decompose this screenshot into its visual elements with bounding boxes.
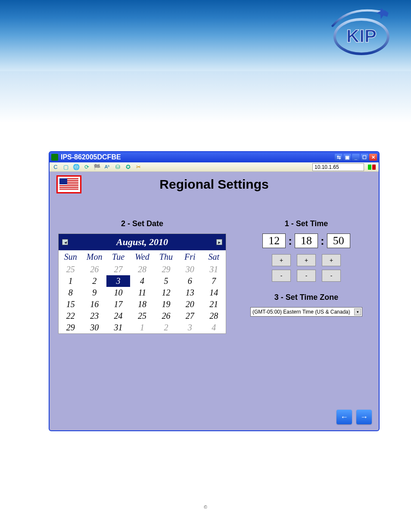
calendar-dow: Sun <box>59 250 82 264</box>
tool-globe-icon[interactable]: 🌐 <box>72 163 81 171</box>
calendar-day[interactable]: 13 <box>178 287 202 299</box>
calendar-dow: Sat <box>202 250 226 264</box>
set-time-label: 1 - Set Time <box>243 219 370 228</box>
us-flag-icon <box>59 178 78 190</box>
calendar-day[interactable]: 23 <box>82 310 106 322</box>
calendar-day[interactable]: 25 <box>130 310 154 322</box>
app-window: IPS-862005DCFBE ⇆ ▣ _ ☐ ✕ C ▢ 🌐 ⟳ 🏁 Aᵇ ⛁… <box>49 151 380 431</box>
time-colon: : <box>321 234 324 248</box>
page-title: Regional Settings <box>53 177 375 192</box>
calendar-dow: Tue <box>106 250 130 264</box>
calendar-day[interactable]: 28 <box>130 264 154 275</box>
time-seconds-field[interactable]: 50 <box>327 233 350 248</box>
calendar: ◂ August, 2010 ▸ SunMonTueWedThuFriSat25… <box>58 233 226 334</box>
calendar-day[interactable]: 2 <box>154 322 178 333</box>
calendar-day[interactable]: 22 <box>59 310 82 322</box>
timezone-selected-value: (GMT-05:00) Eastern Time (US & Canada) <box>252 309 350 315</box>
footer-copyright: © <box>0 505 411 510</box>
calendar-day[interactable]: 27 <box>178 310 202 322</box>
tool-cad-icon[interactable]: C <box>51 163 60 171</box>
calendar-day[interactable]: 3 <box>178 322 202 333</box>
time-minutes-field[interactable]: 18 <box>295 233 318 248</box>
calendar-day[interactable]: 27 <box>106 264 130 275</box>
tool-text-icon[interactable]: Aᵇ <box>103 163 112 171</box>
client-area: Regional Settings 2 - Set Date ◂ August,… <box>50 172 379 430</box>
calendar-day[interactable]: 1 <box>59 275 82 287</box>
tool-gear-icon[interactable]: ✪ <box>124 163 132 171</box>
locale-flag-button[interactable] <box>56 175 81 193</box>
calendar-day[interactable]: 30 <box>178 264 202 275</box>
hours-plus-button[interactable]: + <box>272 254 291 266</box>
calendar-day[interactable]: 26 <box>82 264 106 275</box>
toolbar: C ▢ 🌐 ⟳ 🏁 Aᵇ ⛁ ✪ ✂ 10.10.1.65 <box>50 162 379 172</box>
window-minimize-icon[interactable]: _ <box>352 154 360 161</box>
calendar-day[interactable]: 29 <box>154 264 178 275</box>
window-close-icon[interactable]: ✕ <box>369 154 377 161</box>
calendar-day[interactable]: 31 <box>106 322 130 333</box>
calendar-day[interactable]: 19 <box>154 299 178 310</box>
calendar-day[interactable]: 18 <box>130 299 154 310</box>
calendar-prev-button[interactable]: ◂ <box>62 239 68 245</box>
tool-drive-icon[interactable]: ⛁ <box>113 163 122 171</box>
calendar-day[interactable]: 15 <box>59 299 82 310</box>
calendar-next-button[interactable]: ▸ <box>216 239 222 245</box>
nav-forward-button[interactable]: → <box>356 410 372 424</box>
calendar-day[interactable]: 12 <box>154 287 178 299</box>
ip-address-field[interactable]: 10.10.1.65 <box>312 163 364 171</box>
calendar-day[interactable]: 28 <box>202 310 226 322</box>
kip-logo: KIP <box>325 9 398 58</box>
calendar-day[interactable]: 14 <box>202 287 226 299</box>
calendar-day[interactable]: 9 <box>82 287 106 299</box>
calendar-header: ◂ August, 2010 ▸ <box>59 234 226 250</box>
window-title: IPS-862005DCFBE <box>61 153 334 161</box>
window-maximize-icon[interactable]: ☐ <box>361 154 368 161</box>
calendar-dow: Wed <box>130 250 154 264</box>
calendar-dow: Mon <box>82 250 106 264</box>
calendar-day[interactable]: 6 <box>178 275 202 287</box>
nav-back-button[interactable]: ← <box>336 410 352 424</box>
calendar-day[interactable]: 26 <box>154 310 178 322</box>
calendar-day[interactable]: 25 <box>59 264 82 275</box>
calendar-day[interactable]: 30 <box>82 322 106 333</box>
tool-doc-icon[interactable]: ▢ <box>62 163 70 171</box>
minutes-minus-button[interactable]: - <box>297 270 316 282</box>
calendar-month-label: August, 2010 <box>116 236 168 248</box>
timezone-select[interactable]: (GMT-05:00) Eastern Time (US & Canada) ▾ <box>250 307 362 317</box>
window-swap-icon[interactable]: ⇆ <box>335 154 342 161</box>
app-icon <box>51 154 58 161</box>
set-date-label: 2 - Set Date <box>58 219 226 228</box>
tool-refresh-icon[interactable]: ⟳ <box>82 163 91 171</box>
calendar-day[interactable]: 29 <box>59 322 82 333</box>
document-header-band: KIP <box>0 0 411 71</box>
calendar-day[interactable]: 1 <box>130 322 154 333</box>
calendar-day[interactable]: 11 <box>130 287 154 299</box>
calendar-dow: Thu <box>154 250 178 264</box>
calendar-day[interactable]: 31 <box>202 264 226 275</box>
calendar-day[interactable]: 4 <box>202 322 226 333</box>
calendar-day[interactable]: 8 <box>59 287 82 299</box>
tool-shape-icon[interactable]: ✂ <box>134 163 143 171</box>
seconds-minus-button[interactable]: - <box>322 270 341 282</box>
calendar-day[interactable]: 16 <box>82 299 106 310</box>
chevron-down-icon: ▾ <box>354 308 361 315</box>
calendar-day[interactable]: 17 <box>106 299 130 310</box>
calendar-day[interactable]: 2 <box>82 275 106 287</box>
calendar-day[interactable]: 5 <box>154 275 178 287</box>
calendar-day[interactable]: 3 <box>106 275 130 287</box>
time-colon: : <box>288 234 292 248</box>
calendar-day[interactable]: 10 <box>106 287 130 299</box>
tool-flag-icon[interactable]: 🏁 <box>93 163 101 171</box>
seconds-plus-button[interactable]: + <box>322 254 341 266</box>
calendar-day[interactable]: 4 <box>130 275 154 287</box>
calendar-dow: Fri <box>178 250 202 264</box>
hours-minus-button[interactable]: - <box>272 270 291 282</box>
time-hours-field[interactable]: 12 <box>262 233 286 248</box>
calendar-day[interactable]: 24 <box>106 310 130 322</box>
calendar-day[interactable]: 20 <box>178 299 202 310</box>
svg-text:KIP: KIP <box>346 26 377 46</box>
minutes-plus-button[interactable]: + <box>297 254 316 266</box>
calendar-day[interactable]: 21 <box>202 299 226 310</box>
window-restore2-icon[interactable]: ▣ <box>343 154 351 161</box>
calendar-day[interactable]: 7 <box>202 275 226 287</box>
set-tz-label: 3 - Set Time Zone <box>243 293 370 302</box>
